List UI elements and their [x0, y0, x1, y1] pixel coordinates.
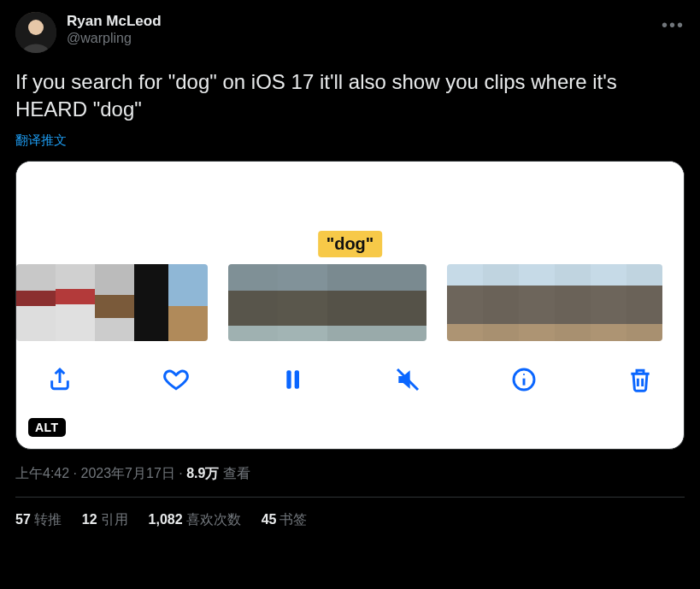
stat-label: 书签	[279, 512, 307, 527]
avatar[interactable]	[15, 12, 56, 53]
heart-icon[interactable]	[158, 362, 194, 398]
caption-badge: "dog"	[318, 231, 383, 257]
share-icon[interactable]	[42, 362, 78, 398]
views-count: 8.9万	[186, 466, 219, 480]
clip-frame	[16, 264, 56, 341]
svg-rect-2	[286, 370, 291, 388]
stat-count: 45	[262, 512, 277, 527]
clip-frame	[591, 264, 626, 341]
stat-label: 喜欢次数	[186, 512, 241, 527]
views-label: 查看	[219, 466, 250, 480]
clip-frame	[327, 264, 377, 341]
alt-badge[interactable]: ALT	[28, 418, 66, 437]
clip-frame	[278, 264, 327, 341]
handle[interactable]: @warpling	[67, 30, 162, 47]
media-toolbar	[16, 341, 684, 409]
media-top: "dog"	[16, 162, 684, 264]
stat-count: 12	[82, 512, 97, 527]
clip-group-active[interactable]	[228, 264, 426, 341]
translate-link[interactable]: 翻译推文	[15, 133, 685, 149]
meta-sep: ·	[175, 466, 186, 480]
tweet-text: If you search for "dog" on iOS 17 it'll …	[15, 68, 685, 124]
svg-rect-3	[294, 370, 298, 388]
tweet-meta: 上午4:42 · 2023年7月17日 · 8.9万 查看	[15, 465, 685, 483]
mute-icon[interactable]	[390, 362, 426, 398]
stat-count: 57	[15, 512, 31, 527]
video-timeline[interactable]	[16, 264, 684, 341]
stat-likes[interactable]: 1,082喜欢次数	[149, 511, 241, 529]
svg-point-7	[523, 374, 525, 375]
clip-group[interactable]	[447, 264, 662, 341]
more-icon[interactable]: •••	[662, 15, 685, 35]
stat-retweets[interactable]: 57转推	[15, 511, 62, 529]
tweet-stats: 57转推 12引用 1,082喜欢次数 45书签	[15, 498, 685, 529]
tweet-date[interactable]: 2023年7月17日	[80, 466, 174, 480]
tweet-time[interactable]: 上午4:42	[15, 466, 69, 480]
tweet-media[interactable]: "dog"	[15, 161, 685, 450]
clip-frame	[555, 264, 591, 341]
clip-frame	[626, 264, 662, 341]
display-name[interactable]: Ryan McLeod	[67, 12, 162, 30]
author-names: Ryan McLeod @warpling	[67, 12, 162, 47]
clip-frame	[56, 264, 95, 341]
clip-frame	[95, 264, 134, 341]
meta-sep: ·	[69, 466, 80, 480]
stat-label: 引用	[101, 512, 128, 527]
tweet: Ryan McLeod @warpling ••• If you search …	[0, 0, 700, 529]
stat-bookmarks[interactable]: 45书签	[262, 511, 308, 529]
trash-icon[interactable]	[622, 362, 658, 398]
clip-frame	[483, 264, 519, 341]
stat-count: 1,082	[149, 512, 183, 527]
pause-icon[interactable]	[274, 362, 310, 398]
clip-frame	[168, 264, 208, 341]
svg-point-1	[28, 20, 44, 35]
clip-frame	[519, 264, 555, 341]
clip-group[interactable]	[16, 264, 208, 341]
clip-frame	[134, 264, 168, 341]
clip-frame	[447, 264, 483, 341]
clip-frame	[228, 264, 278, 341]
clip-frame	[377, 264, 426, 341]
stat-label: 转推	[34, 512, 62, 527]
tweet-header: Ryan McLeod @warpling •••	[15, 12, 685, 53]
stat-quotes[interactable]: 12引用	[82, 511, 128, 529]
info-icon[interactable]	[506, 362, 542, 398]
